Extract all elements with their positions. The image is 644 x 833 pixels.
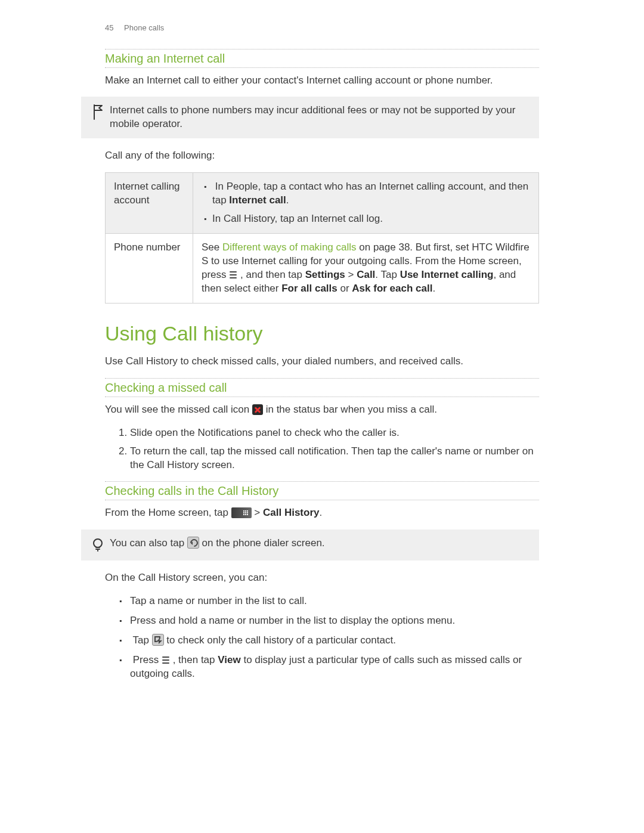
rule — [105, 500, 539, 500]
rule — [105, 481, 539, 482]
list-item: In Call History, tap an Internet call lo… — [212, 212, 530, 226]
list-item: In People, tap a contact who has an Inte… — [212, 180, 530, 208]
rule — [105, 397, 539, 397]
app-launcher-icon — [231, 507, 252, 518]
warning-callout: Internet calls to phone numbers may incu… — [81, 97, 539, 138]
subsection-title: Checking a missed call — [105, 380, 539, 396]
header-section: Phone calls — [124, 23, 164, 32]
list-item: Tap a name or number in the list to call… — [130, 594, 539, 608]
running-header: 45 Phone calls — [105, 23, 539, 33]
list-item: Press and hold a name or number in the l… — [130, 614, 539, 628]
svg-point-0 — [94, 539, 102, 547]
tip-callout: You can also tap on the phone dialer scr… — [81, 529, 539, 561]
call-history-tab-icon — [187, 537, 199, 549]
row-label: Internet calling account — [106, 173, 193, 234]
paragraph: From the Home screen, tap > Call History… — [105, 506, 539, 520]
table-row: Internet calling account In People, tap … — [106, 173, 539, 234]
row-content: See Different ways of making calls on pa… — [193, 234, 539, 304]
section-title: Using Call history — [105, 320, 539, 348]
bullet-list: Tap a name or number in the list to call… — [105, 594, 539, 681]
flag-icon — [86, 104, 110, 120]
rule — [105, 378, 539, 379]
paragraph: Make an Internet call to either your con… — [105, 74, 539, 88]
menu-icon — [162, 657, 170, 664]
menu-icon — [229, 271, 237, 278]
paragraph: You will see the missed call icon in the… — [105, 403, 539, 417]
table-row: Phone number See Different ways of makin… — [106, 234, 539, 304]
manual-page: 45 Phone calls Making an Internet call M… — [0, 0, 644, 833]
subsection-title: Checking calls in the Call History — [105, 483, 539, 499]
step-list: Slide open the Notifications panel to ch… — [105, 426, 539, 472]
list-item: Slide open the Notifications panel to ch… — [130, 426, 539, 440]
paragraph: Call any of the following: — [105, 149, 539, 163]
cross-reference-link[interactable]: Different ways of making calls — [222, 241, 357, 253]
warning-text: Internet calls to phone numbers may incu… — [110, 104, 530, 131]
row-label: Phone number — [106, 234, 193, 304]
row-content: In People, tap a contact who has an Inte… — [193, 173, 539, 234]
rule — [105, 67, 539, 68]
missed-call-icon — [252, 404, 263, 415]
options-table: Internet calling account In People, tap … — [105, 172, 539, 304]
tip-text: You can also tap on the phone dialer scr… — [110, 537, 530, 550]
rule — [105, 49, 539, 49]
contact-history-icon — [152, 634, 164, 646]
lightbulb-icon — [86, 537, 110, 553]
list-item: To return the call, tap the missed call … — [130, 445, 539, 472]
paragraph: On the Call History screen, you can: — [105, 571, 539, 585]
page-number: 45 — [105, 23, 113, 32]
subsection-title: Making an Internet call — [105, 51, 539, 67]
list-item: Tap to check only the call history of a … — [130, 634, 539, 648]
list-item: Press , then tap View to display just a … — [130, 654, 539, 681]
paragraph: Use Call History to check missed calls, … — [105, 355, 539, 368]
